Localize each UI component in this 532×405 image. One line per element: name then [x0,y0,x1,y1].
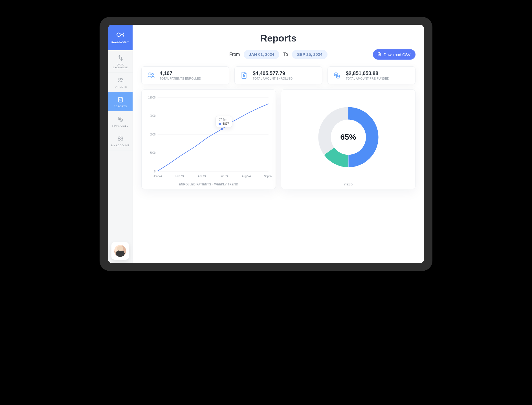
svg-text:Jan '24: Jan '24 [153,175,162,178]
sidebar-item-label: REPORTS [114,105,127,108]
to-label: To [283,52,288,57]
tooltip-date: 07 Jun [219,118,229,121]
svg-text:Feb '24: Feb '24 [175,175,184,178]
svg-text:6000: 6000 [150,133,156,136]
download-csv-label: Download CSV [384,52,410,57]
people-icon [146,71,156,80]
brand-name: Provider360™ [111,41,129,44]
kpi-amount-enrolled: $4,405,577.79 TOTAL AMOUNT ENROLLED [234,66,322,84]
sidebar-item-label: MY ACCOUNT [111,144,129,147]
line-chart-card: 030006000900012000Jan '24Feb '24Apr '24J… [141,89,276,189]
donut-chart-card: 65% YIELD [281,89,416,189]
svg-point-8 [334,73,338,75]
svg-point-0 [118,78,120,80]
tablet-frame: Provider360™ DATA EXCHANGE [100,17,432,271]
report-icon [117,96,124,103]
line-chart-caption: ENROLLED PATIENTS - WEEKLY TREND [146,183,272,186]
svg-text:0: 0 [154,170,155,173]
sidebar-item-label: PATIENTS [114,86,127,88]
to-date-pill[interactable]: SEP 25, 2024 [292,50,327,59]
charts-row: 030006000900012000Jan '24Feb '24Apr '24J… [141,89,416,189]
svg-point-26 [221,128,223,130]
kpi-label: TOTAL AMOUNT ENROLLED [253,77,293,80]
svg-point-1 [121,78,122,80]
download-icon [377,52,381,57]
kpi-value: $2,851,053.88 [346,71,389,76]
svg-text:9000: 9000 [150,114,156,117]
svg-text:12000: 12000 [148,96,156,99]
svg-text:3000: 3000 [150,151,156,154]
svg-text:Sep '24: Sep '24 [264,175,272,178]
line-chart: 030006000900012000Jan '24Feb '24Apr '24J… [146,95,272,179]
svg-point-7 [151,73,153,75]
donut-center-value: 65% [340,133,356,142]
svg-point-3 [118,117,121,119]
coins-icon [117,115,124,123]
chart-tooltip: 07 Jun 6897 [216,116,232,127]
sidebar-item-reports[interactable]: REPORTS [108,92,133,111]
from-date-pill[interactable]: JAN 01, 2024 [244,50,279,59]
from-label: From [229,52,240,57]
svg-point-6 [149,73,151,75]
coins-icon [332,71,342,80]
sidebar-item-label: DATA EXCHANGE [113,63,128,69]
brand-logo-icon [115,31,126,39]
svg-text:Apr '24: Apr '24 [198,175,206,178]
svg-text:Jun '24: Jun '24 [220,175,228,178]
kpi-label: TOTAL PATIENTS ENROLLED [160,77,201,80]
page-title: Reports [141,33,416,44]
svg-text:Aug '24: Aug '24 [242,175,251,178]
sidebar-item-patients[interactable]: PATIENTS [108,73,133,92]
svg-point-5 [120,138,121,139]
sidebar-item-my-account[interactable]: MY ACCOUNT [108,131,133,150]
sidebar-item-label: FINANCIALS [112,124,128,127]
kpi-label: TOTAL AMOUNT PRE-FUNDED [346,77,389,80]
sidebar-item-financials[interactable]: FINANCIALS [108,111,133,131]
tooltip-value: 6897 [223,122,229,125]
user-menu-button[interactable] [111,242,129,260]
kpi-row: 4,107 TOTAL PATIENTS ENROLLED $4,405,577… [141,66,416,84]
brand-block[interactable]: Provider360™ [108,25,133,50]
download-csv-button[interactable]: Download CSV [373,49,416,60]
avatar-dock [108,239,133,263]
kpi-patients-enrolled: 4,107 TOTAL PATIENTS ENROLLED [141,66,229,84]
date-range-controls: From JAN 01, 2024 To SEP 25, 2024 Downlo… [141,50,416,59]
sidebar-item-data-exchange[interactable]: DATA EXCHANGE [108,50,133,73]
sidebar-nav: DATA EXCHANGE PATIENTS [108,50,133,150]
avatar-icon [114,245,126,257]
invoice-icon [239,71,249,80]
people-icon [117,76,124,84]
donut-chart: 65% [285,95,411,179]
app-screen: Provider360™ DATA EXCHANGE [108,25,424,263]
donut-chart-caption: YIELD [285,183,411,186]
sidebar: Provider360™ DATA EXCHANGE [108,25,133,263]
gear-icon [117,135,124,142]
main-content: Reports From JAN 01, 2024 To SEP 25, 202… [133,25,424,263]
series-dot-icon [219,123,221,125]
kpi-value: 4,107 [160,71,201,76]
kpi-amount-prefunded: $2,851,053.88 TOTAL AMOUNT PRE-FUNDED [327,66,416,84]
kpi-value: $4,405,577.79 [253,71,293,76]
arrows-exchange-icon [117,54,124,62]
